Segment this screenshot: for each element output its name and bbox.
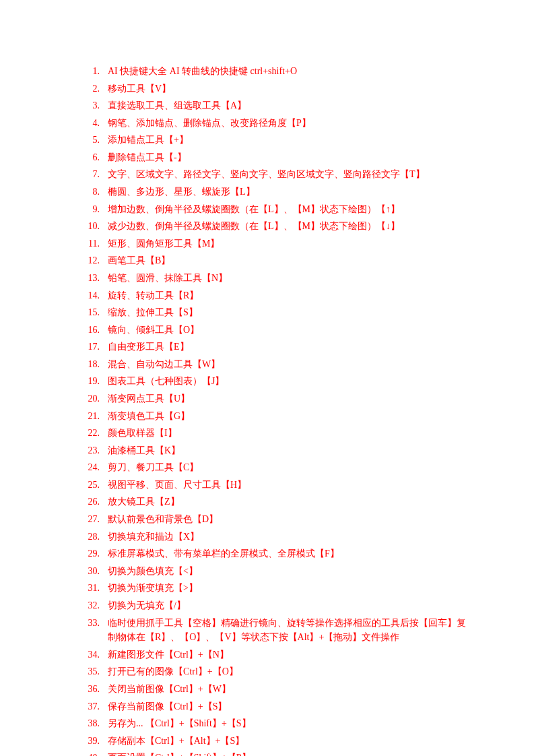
item-number: 39. (81, 734, 108, 749)
item-number: 23. (81, 443, 108, 458)
item-text: 油漆桶工具【K】 (108, 443, 473, 458)
item-number: 22. (81, 426, 108, 441)
list-item: 6.删除锚点工具【-】 (81, 150, 473, 165)
item-number: 5. (81, 133, 108, 148)
list-item: 33.临时使用抓手工具【空格】精确进行镜向、旋转等操作选择相应的工具后按【回车】… (81, 616, 473, 645)
list-item: 38.另存为... 【Ctrl】+【Shift】+【S】 (81, 716, 473, 731)
item-number: 15. (81, 305, 108, 320)
item-text: 铅笔、圆滑、抹除工具【N】 (108, 271, 473, 286)
item-number: 3. (81, 98, 108, 113)
item-number: 18. (81, 357, 108, 372)
item-number: 26. (81, 495, 108, 509)
list-item: 19.图表工具（七种图表）【J】 (81, 374, 473, 389)
item-text: 移动工具【V】 (108, 82, 473, 96)
item-number: 7. (81, 167, 108, 182)
list-item: 27.默认前景色和背景色【D】 (81, 512, 473, 527)
list-item: 36.关闭当前图像【Ctrl】+【W】 (81, 682, 473, 697)
item-number: 1. (81, 64, 108, 79)
list-item: 30.切换为颜色填充【<】 (81, 564, 473, 579)
item-number: 20. (81, 391, 108, 406)
item-text: 切换填充和描边【X】 (108, 530, 473, 544)
item-text: 矩形、圆角矩形工具【M】 (108, 237, 473, 251)
list-item: 31.切换为渐变填充【>】 (81, 581, 473, 596)
item-number: 12. (81, 253, 108, 268)
item-text: 渐变网点工具【U】 (108, 391, 473, 406)
item-text: 椭圆、多边形、星形、螺旋形【L】 (108, 185, 473, 199)
item-text: 颜色取样器【I】 (108, 426, 473, 441)
item-text: 视图平移、页面、尺寸工具【H】 (108, 478, 473, 493)
item-number: 6. (81, 150, 108, 165)
item-text: 页面设置【Ctrl】+【Shift】+【P】 (108, 751, 473, 756)
item-text: 混合、自动勾边工具【W】 (108, 357, 473, 372)
item-number: 2. (81, 82, 108, 96)
item-text: 保存当前图像【Ctrl】+【S】 (108, 699, 473, 714)
item-number: 31. (81, 581, 108, 596)
item-number: 19. (81, 374, 108, 389)
list-item: 10.减少边数、倒角半径及螺旋圈数（在【L】、【M】状态下绘图）【↓】 (81, 219, 473, 234)
item-number: 36. (81, 682, 108, 697)
list-item: 26.放大镜工具【Z】 (81, 495, 473, 509)
list-item: 3.直接选取工具、组选取工具【A】 (81, 98, 473, 113)
list-item: 32.切换为无填充【/】 (81, 598, 473, 613)
item-text: 默认前景色和背景色【D】 (108, 512, 473, 527)
list-item: 24.剪刀、餐刀工具【C】 (81, 460, 473, 475)
list-item: 21.渐变填色工具【G】 (81, 409, 473, 424)
shortcut-list: 1.AI 快捷键大全 AI 转曲线的快捷键 ctrl+shift+O2.移动工具… (81, 64, 473, 756)
list-item: 14.旋转、转动工具【R】 (81, 288, 473, 303)
item-text: 切换为颜色填充【<】 (108, 564, 473, 579)
list-item: 11.矩形、圆角矩形工具【M】 (81, 237, 473, 251)
item-text: AI 快捷键大全 AI 转曲线的快捷键 ctrl+shift+O (108, 64, 473, 79)
item-number: 9. (81, 202, 108, 217)
list-item: 40.页面设置【Ctrl】+【Shift】+【P】 (81, 751, 473, 756)
list-item: 15.缩放、拉伸工具【S】 (81, 305, 473, 320)
list-item: 22.颜色取样器【I】 (81, 426, 473, 441)
item-number: 30. (81, 564, 108, 579)
list-item: 9.增加边数、倒角半径及螺旋圈数（在【L】、【M】状态下绘图）【↑】 (81, 202, 473, 217)
item-number: 34. (81, 648, 108, 662)
item-number: 37. (81, 699, 108, 714)
item-number: 8. (81, 185, 108, 199)
item-number: 4. (81, 116, 108, 131)
list-item: 20.渐变网点工具【U】 (81, 391, 473, 406)
list-item: 37.保存当前图像【Ctrl】+【S】 (81, 699, 473, 714)
list-item: 13.铅笔、圆滑、抹除工具【N】 (81, 271, 473, 286)
item-number: 11. (81, 237, 108, 251)
item-text: 缩放、拉伸工具【S】 (108, 305, 473, 320)
item-number: 27. (81, 512, 108, 527)
list-item: 4.钢笔、添加锚点、删除锚点、改变路径角度【P】 (81, 116, 473, 131)
list-item: 8.椭圆、多边形、星形、螺旋形【L】 (81, 185, 473, 199)
item-text: 渐变填色工具【G】 (108, 409, 473, 424)
item-text: 标准屏幕模式、带有菜单栏的全屏模式、全屏模式【F】 (108, 546, 473, 561)
item-number: 40. (81, 751, 108, 756)
item-text: 图表工具（七种图表）【J】 (108, 374, 473, 389)
item-text: 存储副本【Ctrl】+【Alt】+【S】 (108, 734, 473, 749)
item-number: 28. (81, 530, 108, 544)
list-item: 7.文字、区域文字、路径文字、竖向文字、竖向区域文字、竖向路径文字【T】 (81, 167, 473, 182)
item-number: 35. (81, 664, 108, 679)
list-item: 25.视图平移、页面、尺寸工具【H】 (81, 478, 473, 493)
item-number: 14. (81, 288, 108, 303)
item-number: 32. (81, 598, 108, 613)
item-text: 钢笔、添加锚点、删除锚点、改变路径角度【P】 (108, 116, 473, 131)
list-item: 17.自由变形工具【E】 (81, 340, 473, 354)
item-number: 10. (81, 219, 108, 234)
item-text: 切换为渐变填充【>】 (108, 581, 473, 596)
item-text: 切换为无填充【/】 (108, 598, 473, 613)
item-text: 添加锚点工具【+】 (108, 133, 473, 148)
item-number: 25. (81, 478, 108, 493)
item-text: 旋转、转动工具【R】 (108, 288, 473, 303)
item-number: 13. (81, 271, 108, 286)
item-text: 另存为... 【Ctrl】+【Shift】+【S】 (108, 716, 473, 731)
list-item: 35.打开已有的图像【Ctrl】+【O】 (81, 664, 473, 679)
item-text: 直接选取工具、组选取工具【A】 (108, 98, 473, 113)
item-number: 33. (81, 616, 108, 631)
item-number: 16. (81, 323, 108, 338)
item-text: 自由变形工具【E】 (108, 340, 473, 354)
item-number: 29. (81, 546, 108, 561)
item-text: 剪刀、餐刀工具【C】 (108, 460, 473, 475)
item-text: 打开已有的图像【Ctrl】+【O】 (108, 664, 473, 679)
list-item: 28.切换填充和描边【X】 (81, 530, 473, 544)
item-text: 增加边数、倒角半径及螺旋圈数（在【L】、【M】状态下绘图）【↑】 (108, 202, 473, 217)
item-text: 新建图形文件【Ctrl】+【N】 (108, 648, 473, 662)
item-number: 17. (81, 340, 108, 354)
